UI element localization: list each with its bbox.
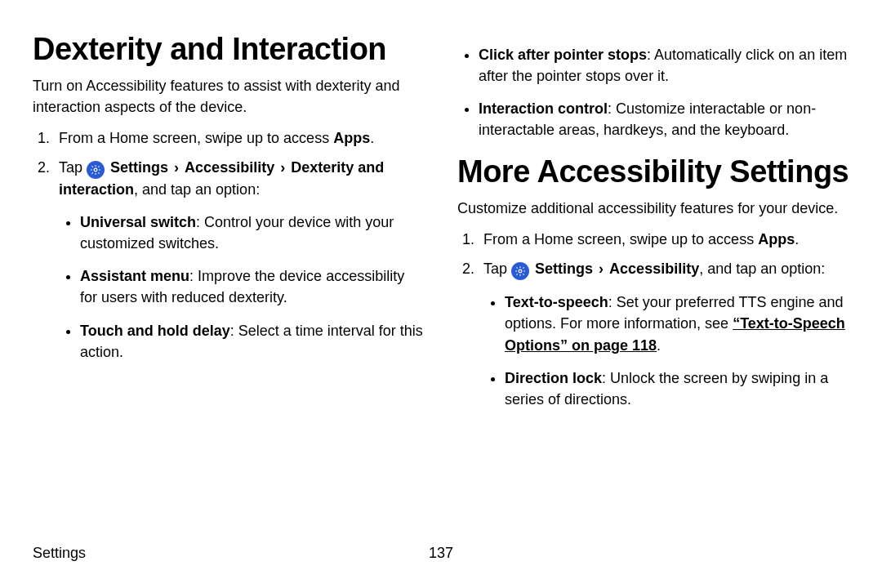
bullet-title: Direction lock (505, 370, 602, 386)
step2-post: , and tap an option: (699, 261, 825, 277)
step1-pre: From a Home screen, swipe up to access (483, 231, 758, 247)
bullet-title: Interaction control (479, 100, 608, 117)
columns: Dexterity and Interaction Turn on Access… (33, 33, 849, 534)
bullet-title: Assistant menu (80, 268, 189, 284)
heading-more-accessibility: More Accessibility Settings (457, 155, 849, 189)
apps-label: Apps (758, 231, 795, 247)
bullets-more-accessibility: Text-to-speech: Set your preferred TTS e… (483, 292, 849, 409)
step1-more: From a Home screen, swipe up to access A… (479, 229, 849, 250)
svg-point-0 (94, 168, 97, 172)
accessibility-label: Accessibility (609, 261, 699, 277)
tap-label: Tap (483, 261, 511, 277)
bullets-dexterity-continued: Click after pointer stops: Automatically… (457, 44, 849, 140)
chevron-icon: › (174, 159, 179, 176)
bullet-text-to-speech: Text-to-speech: Set your preferred TTS e… (505, 292, 849, 355)
settings-icon (87, 161, 105, 179)
footer-spacer (845, 542, 849, 564)
apps-label: Apps (333, 130, 370, 146)
steps-more-accessibility: From a Home screen, swipe up to access A… (457, 229, 849, 410)
footer-section: Settings (33, 542, 86, 564)
step1-post: . (795, 231, 799, 247)
bullet-after: . (657, 337, 661, 354)
chevron-icon: › (280, 159, 285, 176)
bullet-interaction-control: Interaction control: Customize interacta… (479, 98, 849, 140)
bullet-title: Text-to-speech (505, 294, 608, 310)
step2-post: , and tap an option: (134, 181, 260, 198)
svg-point-1 (519, 270, 522, 273)
intro-more-accessibility: Customize additional accessibility featu… (457, 198, 849, 219)
bullets-dexterity: Universal switch: Control your device wi… (59, 212, 425, 363)
tap-label: Tap (59, 159, 87, 176)
left-column: Dexterity and Interaction Turn on Access… (33, 33, 425, 534)
settings-label: Settings (535, 261, 593, 277)
bullet-touch-hold-delay: Touch and hold delay: Select a time inte… (80, 320, 425, 363)
right-column: Click after pointer stops: Automatically… (457, 33, 849, 534)
bullet-title: Universal switch (80, 214, 196, 230)
step1-pre: From a Home screen, swipe up to access (59, 130, 333, 146)
bullet-title: Touch and hold delay (80, 323, 230, 339)
footer: Settings 137 (33, 534, 849, 564)
bullet-title: Click after pointer stops (479, 47, 647, 63)
heading-dexterity: Dexterity and Interaction (33, 33, 425, 67)
settings-label: Settings (110, 159, 168, 176)
settings-icon (511, 262, 529, 280)
step2-dexterity: Tap Settings › Accessibility › Dexterity… (54, 157, 425, 363)
page: Dexterity and Interaction Turn on Access… (0, 0, 882, 588)
step1-post: . (370, 130, 374, 146)
step1-dexterity: From a Home screen, swipe up to access A… (54, 127, 425, 149)
intro-dexterity: Turn on Accessibility features to assist… (33, 75, 425, 118)
page-number: 137 (429, 542, 453, 564)
bullet-universal-switch: Universal switch: Control your device wi… (80, 212, 425, 254)
bullet-direction-lock: Direction lock: Unlock the screen by swi… (505, 368, 849, 410)
step2-more: Tap Settings › Accessibility, and tap an… (479, 258, 849, 409)
bullet-click-after-pointer: Click after pointer stops: Automatically… (479, 44, 849, 87)
accessibility-label: Accessibility (185, 159, 274, 176)
chevron-icon: › (599, 261, 604, 277)
steps-dexterity: From a Home screen, swipe up to access A… (33, 127, 425, 363)
bullet-assistant-menu: Assistant menu: Improve the device acces… (80, 265, 425, 308)
